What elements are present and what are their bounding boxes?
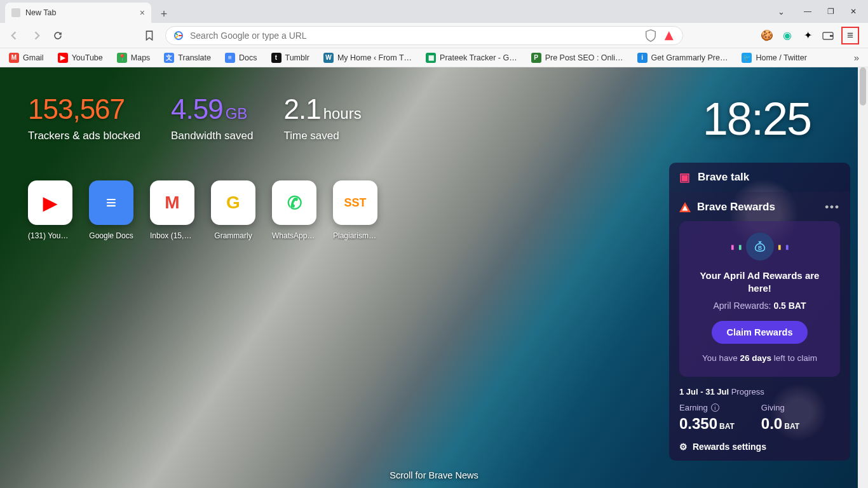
stat-time: 2.1hours Time saved: [283, 95, 361, 142]
stat-bandwidth: 4.59GB Bandwidth saved: [171, 95, 253, 142]
tile-icon: M: [150, 180, 194, 225]
stat-trackers: 153,567 Trackers & ads blocked: [28, 95, 140, 142]
tile-label: Grammarly: [211, 231, 255, 240]
tab-close-icon[interactable]: ×: [140, 8, 145, 18]
rewards-days-left: You have 26 days left to claim: [688, 353, 831, 365]
top-site-tile[interactable]: MInbox (15,103): [150, 180, 194, 240]
rewards-progress-range: 1 Jul - 31 Jul Progress: [679, 387, 840, 396]
bookmark-item[interactable]: 文Translate: [164, 53, 211, 63]
top-site-tile[interactable]: SSTPlagiarism …: [333, 180, 377, 240]
bookmark-label: Translate: [178, 53, 211, 62]
bookmark-label: Pre Post SEO : Onli…: [545, 53, 623, 62]
bookmark-favicon: P: [531, 53, 541, 63]
tile-label: (131) YouTube: [28, 231, 72, 240]
bookmark-item[interactable]: 📍Maps: [117, 53, 151, 63]
top-site-tile[interactable]: ▶(131) YouTube: [28, 180, 72, 240]
top-site-tile[interactable]: ≡Google Docs: [89, 180, 133, 240]
tile-icon: ▶: [28, 180, 72, 225]
bookmark-label: Gmail: [23, 53, 44, 62]
clock: 18:25: [703, 93, 811, 145]
bookmark-label: YouTube: [72, 53, 103, 62]
brave-talk-title: Brave talk: [698, 171, 749, 184]
svg-text:B: B: [758, 245, 762, 251]
info-icon[interactable]: i: [711, 403, 719, 412]
bookmark-item[interactable]: ▦Prateek Tracker - G…: [426, 53, 517, 63]
rewards-menu-icon[interactable]: •••: [825, 201, 840, 214]
bookmark-label: My Home ‹ From T…: [337, 53, 412, 62]
address-input[interactable]: [190, 30, 638, 41]
side-panel: ▣ Brave talk Brave Rewards ••• ▮ ▮ B: [669, 163, 850, 461]
bookmark-favicon: ▦: [426, 53, 436, 63]
bookmark-item[interactable]: PPre Post SEO : Onli…: [531, 53, 623, 63]
main-menu-button[interactable]: ≡: [841, 27, 859, 44]
toolbar: 🍪 ◉ ✦ ≡: [0, 23, 868, 48]
bookmark-favicon: 文: [164, 53, 174, 63]
wallet-icon[interactable]: [821, 29, 835, 43]
window-minimize-button[interactable]: —: [797, 3, 818, 20]
tile-icon: ✆: [272, 180, 316, 225]
bookmark-favicon: W: [323, 53, 334, 63]
bookmark-favicon: ≡: [225, 53, 235, 63]
bookmark-favicon: t: [271, 53, 281, 63]
window-close-button[interactable]: ✕: [843, 3, 864, 20]
tile-label: Plagiarism …: [333, 231, 377, 240]
extensions-puzzle-icon[interactable]: ✦: [801, 29, 815, 43]
scroll-for-news-label: Scroll for Brave News: [390, 470, 478, 480]
bookmark-favicon: 🐦: [742, 53, 752, 63]
top-site-tile[interactable]: GGrammarly: [211, 180, 255, 240]
rewards-settings-link[interactable]: ⚙ Rewards settings: [679, 442, 840, 452]
bookmark-item[interactable]: tTumblr: [271, 53, 309, 63]
rewards-banner-title: Your April Ad Rewards are here!: [688, 269, 831, 295]
bookmark-favicon: 📍: [117, 53, 127, 63]
bookmark-label: Home / Twitter: [756, 53, 806, 62]
rewards-banner-subtitle: April Rewards: 0.5 BAT: [688, 301, 831, 311]
tile-label: Inbox (15,103): [150, 231, 194, 240]
svg-rect-2: [830, 35, 833, 37]
brave-talk-card[interactable]: ▣ Brave talk: [669, 163, 850, 192]
bookmark-item[interactable]: ≡Docs: [225, 53, 257, 63]
forward-button[interactable]: [28, 27, 44, 44]
video-camera-icon: ▣: [679, 170, 690, 184]
address-bar[interactable]: [165, 26, 683, 45]
brave-logo-icon[interactable]: [663, 30, 675, 41]
extension-cookie-icon[interactable]: 🍪: [760, 29, 774, 43]
bookmark-label: Maps: [131, 53, 151, 62]
bookmark-item[interactable]: 🐦Home / Twitter: [742, 53, 806, 63]
bookmark-item[interactable]: WMy Home ‹ From T…: [323, 53, 412, 63]
window-controls: ⌄ — ❐ ✕: [770, 3, 864, 20]
back-button[interactable]: [6, 27, 23, 44]
bat-logo-icon: [679, 201, 691, 213]
reload-button[interactable]: [50, 27, 66, 44]
brave-rewards-card: Brave Rewards ••• ▮ ▮ B ▮ ▮ Your April A…: [669, 192, 850, 461]
tile-icon: SST: [333, 180, 377, 225]
rewards-giving: Giving 0.0BAT: [761, 403, 799, 433]
new-tab-content: 153,567 Trackers & ads blocked 4.59GB Ba…: [0, 67, 868, 488]
tile-label: WhatsApp …: [272, 231, 316, 240]
bookmark-item[interactable]: ▶YouTube: [58, 53, 103, 63]
bookmark-label: Prateek Tracker - G…: [440, 53, 517, 62]
top-site-tile[interactable]: ✆WhatsApp …: [272, 180, 316, 240]
tab-search-icon[interactable]: ⌄: [770, 3, 792, 20]
bookmark-button[interactable]: [141, 27, 158, 44]
new-tab-button[interactable]: +: [155, 5, 173, 23]
bookmark-label: Docs: [239, 53, 257, 62]
bookmarks-overflow-icon[interactable]: »: [854, 52, 859, 63]
extension-grammarly-icon[interactable]: ◉: [780, 29, 794, 43]
tab-new-tab[interactable]: New Tab ×: [5, 3, 151, 23]
top-sites: ▶(131) YouTube≡Google DocsMInbox (15,103…: [28, 180, 377, 240]
claim-rewards-button[interactable]: Claim Rewards: [712, 321, 808, 344]
bookmark-label: Tumblr: [285, 53, 309, 62]
bookmark-item[interactable]: iGet Grammarly Pre…: [637, 53, 728, 63]
bookmark-item[interactable]: MGmail: [9, 53, 44, 63]
brave-shield-icon[interactable]: [644, 29, 657, 42]
bookmark-favicon: i: [637, 53, 648, 63]
google-icon: [173, 30, 184, 41]
tile-icon: ≡: [89, 180, 133, 225]
window-maximize-button[interactable]: ❐: [820, 3, 841, 20]
bookmark-favicon: M: [9, 53, 19, 63]
gear-icon: ⚙: [679, 442, 688, 452]
scrollbar[interactable]: [858, 67, 868, 488]
tile-icon: G: [211, 180, 255, 225]
rewards-claim-banner: ▮ ▮ B ▮ ▮ Your April Ad Rewards are here…: [679, 221, 840, 377]
tab-strip: New Tab × +: [0, 0, 868, 23]
